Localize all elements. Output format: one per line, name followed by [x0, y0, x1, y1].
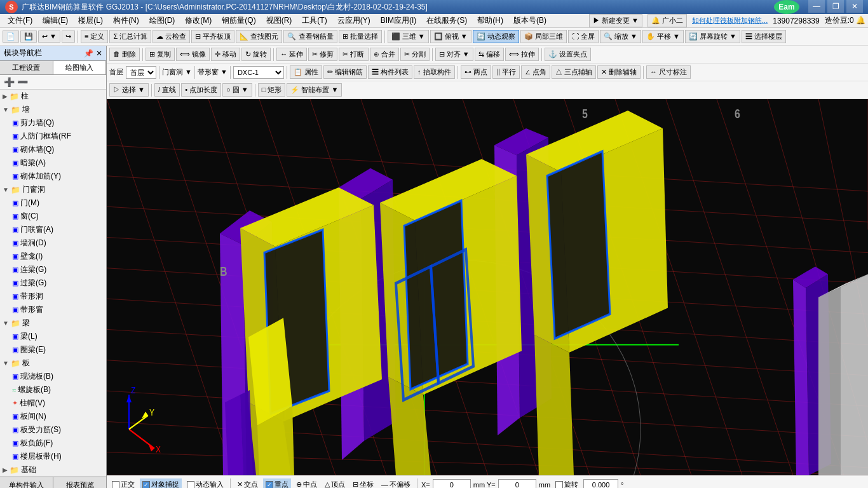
midpoint-snap[interactable]: ✓ 重点 [263, 478, 291, 488]
help-link[interactable]: 如何处理筏板附加钢筋... [692, 16, 768, 25]
tree-strip-hole[interactable]: ▣ 带形洞 [0, 290, 106, 303]
flatten-btn[interactable]: ⊟ 平齐板顶 [191, 30, 234, 43]
menu-component[interactable]: 构件(N) [108, 14, 144, 27]
report-preview-btn[interactable]: 报表预览 [53, 477, 106, 488]
top-view-btn[interactable]: 🔲 俯视 ▼ [430, 30, 471, 43]
rect-btn[interactable]: □ 矩形 [258, 83, 286, 97]
tree-door-window[interactable]: ▣ 门联窗(A) [0, 223, 106, 236]
total-btn[interactable]: Σ 汇总计算 [109, 30, 151, 43]
extend-btn[interactable]: ↔ 延伸 [276, 48, 307, 61]
tree-slab-neg-rebar[interactable]: ▣ 板负筋(F) [0, 437, 106, 450]
ortho-snap[interactable]: 正交 [109, 478, 137, 488]
line-btn[interactable]: / 直线 [154, 83, 180, 97]
redo-btn[interactable]: ↪ [62, 30, 75, 43]
tree-masonry-rebar[interactable]: ▣ 砌体加筋(Y) [0, 170, 106, 183]
panel-pin-icon[interactable]: 📌 [84, 49, 93, 58]
edit-rebar-btn[interactable]: ✏ 编辑钢筋 [323, 65, 367, 79]
properties-btn[interactable]: 📋 属性 [290, 65, 322, 79]
local-3d-btn[interactable]: 📦 局部三维 [520, 30, 567, 43]
break-btn[interactable]: ✂ 打断 [339, 48, 368, 61]
trim-btn[interactable]: ✂ 修剪 [308, 48, 337, 61]
stretch-btn[interactable]: ⟺ 拉伸 [505, 48, 539, 61]
mirror-btn[interactable]: ⟺ 镜像 [176, 48, 210, 61]
dimension-btn[interactable]: ↔ 尺寸标注 [646, 65, 691, 79]
tree-slab-rebar[interactable]: ▣ 板受力筋(S) [0, 423, 106, 437]
copy-btn[interactable]: ⊞ 复制 [146, 48, 175, 61]
x-input[interactable] [433, 479, 471, 489]
floor-select[interactable]: 首层 [126, 66, 156, 79]
tree-wall[interactable]: ▼ 📁 墙 [0, 103, 106, 116]
vertex-snap[interactable]: △ 顶点 [322, 478, 348, 488]
tree-foundation[interactable]: ▶ 📁 基础 [0, 463, 106, 477]
menu-cloud[interactable]: 云应用(Y) [332, 14, 376, 27]
parallel-btn[interactable]: ∥ 平行 [492, 65, 520, 79]
tree-beam-l[interactable]: ▣ 梁(L) [0, 330, 106, 343]
menu-help[interactable]: 帮助(H) [472, 14, 508, 27]
tree-floor-band[interactable]: ▣ 楼层板带(H) [0, 450, 106, 463]
menu-file[interactable]: 文件(F) [3, 14, 37, 27]
tree-shear-wall[interactable]: ▣ 剪力墙(Q) [0, 116, 106, 130]
intersection-snap[interactable]: ✕ 交点 [234, 478, 261, 488]
tree-beam[interactable]: ▼ 📁 梁 [0, 316, 106, 330]
smart-layout-btn[interactable]: ⚡ 智能布置 ▼ [287, 83, 342, 97]
rotate-input[interactable] [583, 479, 618, 489]
tree-masonry-wall[interactable]: ▣ 砌体墙(Q) [0, 143, 106, 156]
minus-icon[interactable]: ➖ [17, 77, 28, 87]
two-points-btn[interactable]: ⊷ 两点 [461, 65, 491, 79]
rotate-snap[interactable]: 旋转 [553, 478, 581, 488]
offset-btn[interactable]: ⇆ 偏移 [475, 48, 504, 61]
object-snap[interactable]: ✓ 对象捕捉 [140, 478, 182, 488]
align-btn[interactable]: ⊟ 对齐 ▼ [435, 48, 473, 61]
view-rebar-btn[interactable]: 🔍 查看钢筋量 [283, 30, 337, 43]
screen-rotate-btn[interactable]: 🔄 屏幕旋转 ▼ [685, 30, 740, 43]
cloud-check-btn[interactable]: ☁ 云检查 [153, 30, 190, 43]
menu-view[interactable]: 视图(R) [261, 14, 297, 27]
tree-strip-window[interactable]: ▣ 带形窗 [0, 303, 106, 316]
tree-concealed-beam[interactable]: ▣ 暗梁(A) [0, 156, 106, 170]
restore-button[interactable]: ❐ [827, 0, 844, 13]
new-btn[interactable]: 📄 [3, 30, 19, 43]
tree-window-door-hole[interactable]: ▼ 📁 门窗洞 [0, 183, 106, 196]
tree-cast-slab[interactable]: ▣ 现浇板(B) [0, 370, 106, 383]
tree-column[interactable]: ▶ 📁 柱 [0, 90, 106, 103]
menu-draw[interactable]: 绘图(D) [144, 14, 180, 27]
menu-floor[interactable]: 楼层(L) [73, 14, 108, 27]
new-change-btn[interactable]: ▶ 新建变更 ▼ [589, 14, 642, 27]
tree-slab-gap[interactable]: ▣ 板间(N) [0, 410, 106, 423]
no-offset-snap[interactable]: — 不偏移 [379, 478, 413, 488]
menu-bim[interactable]: BIM应用(I) [376, 14, 422, 27]
close-button[interactable]: ✕ [846, 0, 863, 13]
menu-version[interactable]: 版本号(B) [508, 14, 552, 27]
tab-drawing-input[interactable]: 绘图输入 [53, 61, 107, 74]
tree-spiral-slab[interactable]: ≈ 螺旋板(B) [0, 383, 106, 396]
minimize-button[interactable]: — [808, 0, 825, 13]
add-icon[interactable]: ➕ [4, 77, 15, 87]
dynamic-input-snap[interactable]: 动态输入 [184, 478, 226, 488]
viewport-3d[interactable]: 16600 5 6 7 B Z [107, 99, 868, 475]
three-point-aux-btn[interactable]: △ 三点辅轴 [552, 65, 596, 79]
move-btn[interactable]: ✛ 移动 [211, 48, 240, 61]
merge-btn[interactable]: ⊕ 合并 [370, 48, 399, 61]
panel-close-icon[interactable]: ✕ [96, 49, 102, 58]
point-angle-btn[interactable]: ∠ 点角 [521, 65, 550, 79]
delete-aux-btn[interactable]: ✕ 删除辅轴 [597, 65, 641, 79]
y-input[interactable] [498, 479, 536, 489]
center-snap[interactable]: ⊕ 中点 [294, 478, 320, 488]
tree-over-beam[interactable]: ▣ 过梁(G) [0, 276, 106, 290]
save-btn[interactable]: 💾 [20, 30, 37, 43]
select-floor-btn[interactable]: ☰ 选择楼层 [742, 30, 786, 43]
rotate-btn[interactable]: ↻ 旋转 [241, 48, 271, 61]
menu-edit[interactable]: 编辑(E) [37, 14, 73, 27]
batch-layout-btn[interactable]: ⊞ 批量选择 [339, 30, 382, 43]
pan-btn[interactable]: ✋ 平移 ▼ [642, 30, 684, 43]
guangxiaoer-btn[interactable]: 🔔 广小二 [648, 14, 687, 27]
tree-connecting-beam[interactable]: ▣ 连梁(G) [0, 263, 106, 276]
tree-wall-hole[interactable]: ▣ 墙洞(D) [0, 236, 106, 250]
define-btn[interactable]: ≡ 定义 [81, 30, 108, 43]
component-select[interactable]: DXC-1 [233, 66, 284, 79]
tree-niche[interactable]: ▣ 壁龛(I) [0, 250, 106, 263]
menu-online[interactable]: 在线服务(S) [421, 14, 472, 27]
undo-btn[interactable]: ↩ ▼ [38, 30, 60, 43]
zoom-btn[interactable]: 🔍 缩放 ▼ [600, 30, 641, 43]
dynamic-view-btn[interactable]: 🔄 动态观察 [473, 30, 519, 43]
